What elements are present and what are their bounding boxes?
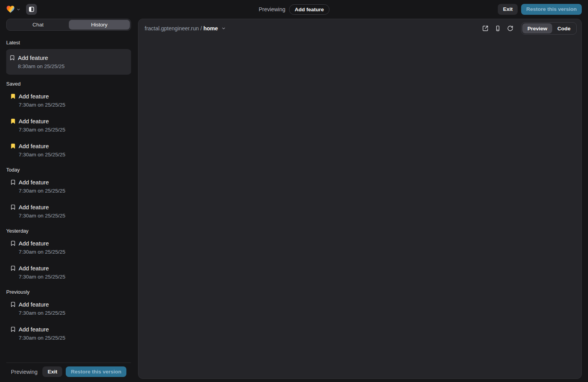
version-badge[interactable]: Add feature <box>289 4 329 15</box>
section-title: Previously <box>6 289 131 295</box>
footer-exit-button[interactable]: Exit <box>42 366 62 377</box>
history-item-text: Add feature 7:30am on 25/25/25 <box>19 239 65 256</box>
bookmark-icon <box>10 265 16 271</box>
history-item-timestamp: 8:30am on 25/25/25 <box>18 63 65 70</box>
history-item-title: Add feature <box>19 178 65 186</box>
topbar-left <box>6 4 37 15</box>
preview-viewport[interactable] <box>138 38 581 378</box>
bookmark-icon <box>10 326 16 332</box>
section-title: Yesterday <box>6 228 131 234</box>
history-section: Yesterday Add feature 7:30am on 25/25/25 <box>6 228 131 280</box>
panel-left-icon <box>28 6 35 12</box>
history-item-title: Add feature <box>18 54 65 62</box>
history-item[interactable]: Add feature 7:30am on 25/25/25 <box>6 239 131 256</box>
history-item-title: Add feature <box>19 142 65 150</box>
bookmark-icon <box>10 204 16 210</box>
sidebar-footer: Previewing Exit Restore this version <box>6 363 131 382</box>
history-item-title: Add feature <box>19 264 65 272</box>
history-item-title: Add feature <box>19 92 65 100</box>
history-item-text: Add feature 7:30am on 25/25/25 <box>19 142 65 158</box>
previewing-label: Previewing <box>259 6 285 12</box>
history-item-text: Add feature 7:30am on 25/25/25 <box>19 325 65 342</box>
preview-controls: Preview Code <box>480 22 577 35</box>
refresh-button[interactable] <box>505 23 516 34</box>
section-items: Add feature 7:30am on 25/25/25 Add featu… <box>6 92 131 158</box>
history-item[interactable]: Add feature 7:30am on 25/25/25 <box>6 92 131 109</box>
mobile-view-button[interactable] <box>492 23 503 34</box>
chevron-down-icon <box>16 7 21 12</box>
section-title: Today <box>6 167 131 173</box>
history-section: Latest Add feature 8:30am on 25/25/25 <box>6 40 131 75</box>
history-item[interactable]: Add feature 7:30am on 25/25/25 <box>6 203 131 219</box>
topbar-center: Previewing Add feature <box>259 0 329 19</box>
section-title: Latest <box>6 40 131 46</box>
sidebar: Chat History Latest Add feature 8:30am o… <box>6 19 131 382</box>
history-item-text: Add feature 8:30am on 25/25/25 <box>18 54 65 70</box>
history-item-timestamp: 7:30am on 25/25/25 <box>19 212 65 219</box>
tab-preview[interactable]: Preview <box>522 23 552 33</box>
history-item[interactable]: Add feature 7:30am on 25/25/25 <box>6 300 131 317</box>
preview-url-selector[interactable]: fractal.gptengineer.run / home <box>145 25 226 32</box>
history-item-timestamp: 7:30am on 25/25/25 <box>19 335 65 342</box>
history-list: Latest Add feature 8:30am on 25/25/25 Sa… <box>6 31 131 363</box>
preview-url-prefix: fractal.gptengineer.run / home <box>145 25 218 32</box>
history-item[interactable]: Add feature 7:30am on 25/25/25 <box>6 264 131 280</box>
exit-button[interactable]: Exit <box>498 4 518 15</box>
section-items: Add feature 7:30am on 25/25/25 Add featu… <box>6 178 131 219</box>
history-item-timestamp: 7:30am on 25/25/25 <box>19 249 65 256</box>
tab-code[interactable]: Code <box>552 23 576 33</box>
section-items: Add feature 8:30am on 25/25/25 <box>6 49 131 75</box>
bookmark-icon <box>10 179 16 185</box>
history-section: Saved Add feature 7:30am on 25/25/25 Add <box>6 81 131 158</box>
section-title: Saved <box>6 81 131 87</box>
history-item[interactable]: Add feature 7:30am on 25/25/25 <box>6 178 131 195</box>
history-item-text: Add feature 7:30am on 25/25/25 <box>19 264 65 280</box>
history-item-title: Add feature <box>19 300 65 308</box>
footer-restore-button[interactable]: Restore this version <box>66 366 126 377</box>
history-item-timestamp: 7:30am on 25/25/25 <box>19 102 65 109</box>
history-item-text: Add feature 7:30am on 25/25/25 <box>19 300 65 317</box>
history-item-timestamp: 7:30am on 25/25/25 <box>19 151 65 158</box>
bookmark-icon <box>9 55 15 61</box>
chevron-down-icon <box>221 26 226 31</box>
history-item-timestamp: 7:30am on 25/25/25 <box>19 310 65 317</box>
history-item-timestamp: 7:30am on 25/25/25 <box>19 187 65 195</box>
mobile-icon <box>495 25 501 32</box>
bookmark-icon <box>10 93 16 99</box>
history-section: Today Add feature 7:30am on 25/25/25 Add <box>6 167 131 219</box>
history-item[interactable]: Add feature 8:30am on 25/25/25 <box>6 49 131 75</box>
history-item-text: Add feature 7:30am on 25/25/25 <box>19 92 65 109</box>
tab-history[interactable]: History <box>69 20 130 30</box>
history-section: Previously Add feature 7:30am on 25/25/2… <box>6 289 131 342</box>
footer-previewing-label: Previewing <box>11 369 39 375</box>
restore-version-button[interactable]: Restore this version <box>521 4 582 15</box>
sidebar-toggle-button[interactable] <box>26 4 37 15</box>
tab-chat[interactable]: Chat <box>7 20 69 30</box>
history-item-text: Add feature 7:30am on 25/25/25 <box>19 203 65 219</box>
history-item[interactable]: Add feature 7:30am on 25/25/25 <box>6 117 131 133</box>
bookmark-icon <box>10 301 16 307</box>
history-item[interactable]: Add feature 7:30am on 25/25/25 <box>6 142 131 158</box>
lovable-heart-icon <box>6 5 15 13</box>
history-item[interactable]: Add feature 7:30am on 25/25/25 <box>6 325 131 342</box>
preview-code-tabs: Preview Code <box>521 22 577 35</box>
bookmark-icon <box>10 143 16 149</box>
history-item-title: Add feature <box>19 203 65 211</box>
history-item-text: Add feature 7:30am on 25/25/25 <box>19 178 65 195</box>
open-external-button[interactable] <box>480 23 491 34</box>
preview-panel: fractal.gptengineer.run / home <box>138 19 582 379</box>
topbar-right: Exit Restore this version <box>498 4 582 15</box>
external-link-icon <box>482 25 488 32</box>
topbar: Previewing Add feature Exit Restore this… <box>0 0 588 19</box>
history-item-timestamp: 7:30am on 25/25/25 <box>19 273 65 280</box>
sidebar-tabs: Chat History <box>6 19 131 31</box>
preview-url-page: home <box>203 25 218 32</box>
bookmark-icon <box>10 118 16 124</box>
preview-header: fractal.gptengineer.run / home <box>138 19 581 38</box>
app-menu-button[interactable] <box>6 5 21 13</box>
section-items: Add feature 7:30am on 25/25/25 Add featu… <box>6 300 131 342</box>
bookmark-icon <box>10 240 16 246</box>
history-item-timestamp: 7:30am on 25/25/25 <box>19 126 65 133</box>
section-items: Add feature 7:30am on 25/25/25 Add featu… <box>6 239 131 280</box>
history-item-title: Add feature <box>19 325 65 333</box>
